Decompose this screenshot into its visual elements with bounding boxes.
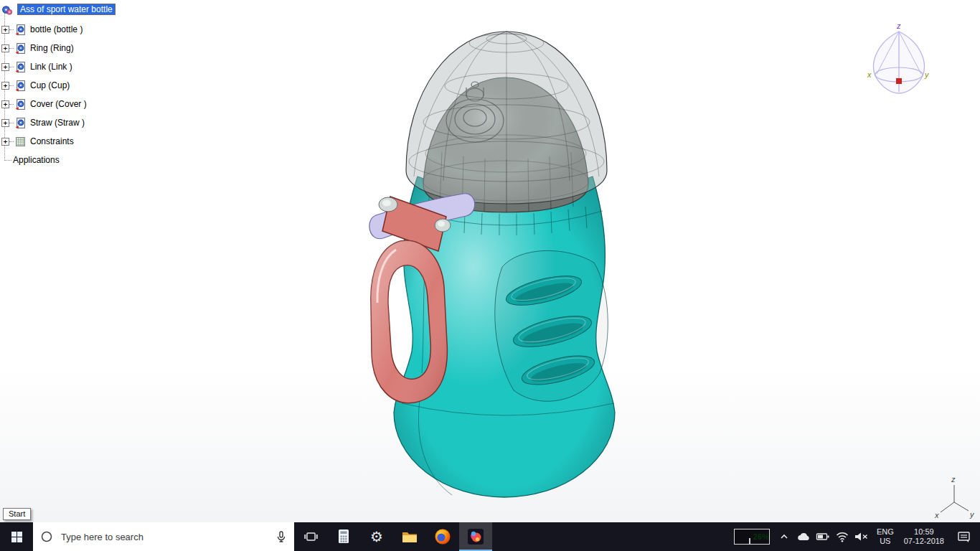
battery-nub — [749, 538, 750, 544]
tree-connector — [4, 160, 11, 161]
tree-connector — [9, 104, 14, 105]
tree-item-label: bottle (bottle ) — [29, 24, 84, 34]
file-explorer-button[interactable] — [393, 522, 426, 551]
tree-item-label: Ring (Ring) — [29, 43, 75, 53]
task-view-button[interactable] — [294, 522, 327, 551]
part-icon — [14, 24, 27, 36]
tree-expander[interactable]: + — [1, 63, 9, 71]
desktop: z x y z x y — [0, 0, 980, 551]
tree-item-constraints[interactable]: + Constraints — [0, 134, 75, 149]
axis-triad: z x y — [934, 475, 975, 519]
language-line2: US — [877, 537, 894, 546]
tree-connector — [9, 123, 14, 123]
action-center-button[interactable] — [950, 530, 979, 543]
tree-item-label: Applications — [11, 155, 61, 165]
tree-item-link[interactable]: + Link (Link ) — [0, 60, 74, 74]
system-tray: 26% — [734, 522, 980, 551]
tree-item-straw[interactable]: + Straw (Straw ) — [0, 116, 86, 130]
tree-expander[interactable]: + — [1, 100, 9, 108]
part-icon — [14, 98, 27, 110]
network-tray-button[interactable] — [834, 530, 852, 543]
grip-panel[interactable] — [495, 250, 608, 401]
volume-tray-button[interactable] — [853, 530, 871, 543]
windows-logo-icon — [11, 532, 22, 542]
part-icon — [14, 42, 27, 55]
tree-item-root[interactable]: Ass of sport water bottle — [0, 2, 116, 17]
settings-button[interactable]: ⚙ — [360, 522, 393, 551]
onedrive-tray-button[interactable] — [795, 531, 813, 542]
tree-item-label: Link (Link ) — [29, 62, 74, 72]
action-center-icon — [957, 530, 971, 543]
tree-connector — [9, 141, 14, 142]
battery-percent: 26% — [753, 532, 769, 541]
hidden-icons-button[interactable] — [776, 531, 793, 542]
tree-connector — [9, 67, 14, 67]
tree-expander[interactable]: + — [1, 119, 9, 127]
clock-time: 10:59 — [904, 527, 944, 537]
language-line1: ENG — [877, 527, 894, 537]
cad-app-button[interactable] — [459, 522, 492, 551]
taskbar: ⚙ — [0, 522, 980, 551]
triad-z-label: z — [951, 475, 956, 484]
tree-expander[interactable]: + — [1, 26, 9, 34]
start-tooltip: Start — [3, 508, 31, 520]
tree-item-label: Cover (Cover ) — [29, 99, 88, 109]
tree-item-bottle[interactable]: + bottle (bottle ) — [0, 22, 84, 37]
compass-origin[interactable] — [896, 78, 902, 84]
battery-gauge-widget[interactable]: 26% — [734, 529, 770, 545]
wifi-icon — [835, 530, 849, 543]
taskbar-search[interactable] — [33, 522, 294, 551]
calculator-icon — [336, 529, 351, 545]
tree-item-applications[interactable]: Applications — [0, 153, 61, 167]
specification-tree: Ass of sport water bottle + bottle (bott… — [0, 0, 187, 172]
triad-y-label: y — [969, 510, 975, 519]
language-indicator[interactable]: ENG US — [872, 527, 898, 546]
cad-app-icon — [467, 528, 484, 545]
chevron-up-icon — [778, 531, 790, 542]
microphone-icon[interactable] — [275, 530, 287, 543]
tree-item-label: Cup (Cup) — [29, 80, 71, 90]
calculator-button[interactable] — [327, 522, 360, 551]
part-icon — [14, 80, 27, 92]
cap-dome[interactable] — [406, 32, 607, 204]
task-view-icon — [303, 529, 318, 544]
compass-y-label: y — [924, 70, 930, 79]
tree-item-ring[interactable]: + Ring (Ring) — [0, 41, 75, 55]
tree-expander[interactable]: + — [1, 138, 9, 146]
battery-tray-button[interactable] — [814, 530, 832, 543]
compass-z-label: z — [896, 22, 901, 30]
tree-expander[interactable]: + — [1, 82, 9, 90]
clock-date: 07-12-2018 — [904, 537, 944, 546]
folder-icon — [401, 529, 418, 545]
tree-item-label: Straw (Straw ) — [29, 118, 86, 128]
tree-expander[interactable]: + — [1, 44, 9, 52]
cloud-icon — [796, 531, 811, 542]
firefox-icon — [434, 528, 451, 545]
compass-x-label: x — [867, 70, 872, 79]
compass-widget[interactable]: z x y — [867, 22, 930, 93]
battery-icon — [816, 530, 830, 543]
clock[interactable]: 10:59 07-12-2018 — [900, 527, 948, 546]
tree-item-cup[interactable]: + Cup (Cup) — [0, 78, 71, 93]
tree-connector — [9, 85, 14, 86]
search-input[interactable] — [60, 531, 269, 543]
gear-icon: ⚙ — [370, 529, 383, 544]
start-button[interactable] — [0, 522, 33, 551]
tree-rename-edit[interactable]: Ass of sport water bottle — [17, 4, 116, 15]
tree-connector — [9, 48, 14, 49]
part-icon — [14, 117, 27, 129]
tree-connector — [9, 29, 14, 30]
part-icon — [14, 61, 27, 73]
tree-item-cover[interactable]: + Cover (Cover ) — [0, 97, 88, 111]
tree-item-label: Constraints — [29, 136, 75, 146]
constraints-icon — [14, 136, 27, 148]
cortana-icon — [40, 530, 53, 543]
triad-x-label: x — [934, 511, 939, 519]
speaker-muted-icon — [854, 530, 870, 543]
firefox-button[interactable] — [426, 522, 459, 551]
assembly-icon — [1, 4, 13, 16]
